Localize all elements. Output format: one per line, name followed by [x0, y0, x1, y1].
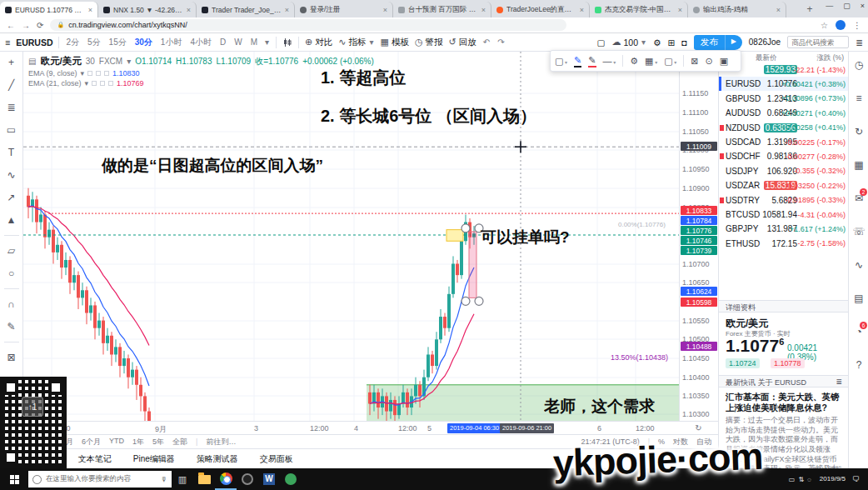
- annotation-pending-order-question[interactable]: 可以挂单吗?: [481, 227, 570, 248]
- range-button-5年[interactable]: 5年: [152, 437, 164, 448]
- line-style-icon[interactable]: — ▾: [603, 56, 616, 66]
- replay-icon[interactable]: ↻: [852, 125, 866, 138]
- annotation-daily-range-entry[interactable]: 做的是“日图超高位的区间入场”: [102, 155, 323, 177]
- watchlist-row-USDZAR[interactable]: USDZAR15.8319-0.03250 (-0.22%): [719, 178, 848, 192]
- snapshot-camera-icon[interactable]: ◘: [681, 38, 686, 48]
- magnet-tool-icon[interactable]: ∩: [3, 297, 20, 312]
- browser-tab-7[interactable]: 输出鸡汤-鸡精×: [688, 2, 786, 18]
- settings-icon[interactable]: ⚙: [630, 56, 638, 67]
- clone-icon[interactable]: ▢ ▾: [664, 56, 676, 67]
- annotation-wait-high[interactable]: 1. 等超高位: [321, 67, 406, 89]
- templates-button[interactable]: ▦模板: [381, 37, 409, 48]
- watchlist-row-GBPJPY[interactable]: GBPJPY131.987+1.617 (+1.24%): [719, 222, 848, 236]
- watchlist-row-EURUSD[interactable]: EURUSD1.10776+0.00421 (+0.38%): [719, 77, 848, 91]
- interval-D[interactable]: D: [219, 38, 227, 47]
- news-headline[interactable]: 汇市基本面：美元大跌、英镑上涨迫使美联储降息休息?: [726, 392, 842, 413]
- browser-tab-5[interactable]: TraderJoeLee的直播间_斗鱼×: [491, 2, 590, 18]
- help-icon[interactable]: ?: [852, 358, 866, 372]
- tray-icon[interactable]: ⇅: [798, 476, 804, 483]
- tray-icon[interactable]: ◌: [807, 476, 811, 483]
- select-style-icon[interactable]: ▢ ▾: [555, 56, 567, 67]
- mic-icon[interactable]: 🎙: [161, 476, 167, 483]
- news-section-header[interactable]: 最新快讯 关于 EURUSD≣: [719, 375, 848, 388]
- ema21-label[interactable]: EMA (21, close): [28, 79, 82, 88]
- range-button-6个月[interactable]: 6个月: [82, 437, 101, 448]
- news-menu-icon[interactable]: ≣: [836, 378, 842, 385]
- measure-tool-icon[interactable]: ▱: [3, 243, 20, 258]
- undo-button[interactable]: ↶: [482, 38, 491, 47]
- range-button-全部[interactable]: 全部: [172, 437, 187, 448]
- chart-type-icon[interactable]: [282, 38, 292, 48]
- tab-close-icon[interactable]: ×: [776, 6, 781, 14]
- text-tool-icon[interactable]: T: [3, 145, 20, 160]
- annotation-teacher-demand[interactable]: 老师，这个需求: [544, 396, 679, 418]
- watchlist-row-USDCHF[interactable]: USDCHF0.98136-0.00277 (-0.28%): [719, 149, 848, 163]
- new-tab-button[interactable]: +: [800, 2, 820, 18]
- data-window-icon[interactable]: ▤: [852, 292, 866, 305]
- chart-settings-icon[interactable]: ⚙: [653, 38, 661, 48]
- chat-icon[interactable]: ☏: [852, 225, 866, 238]
- tab-close-icon[interactable]: ×: [580, 6, 584, 14]
- layout-icon[interactable]: ▢: [597, 38, 606, 48]
- brush-color-icon[interactable]: ✎: [588, 55, 596, 68]
- interval-M[interactable]: M: [250, 38, 258, 47]
- symbol-button[interactable]: EURUSD: [16, 38, 52, 48]
- chrome-icon[interactable]: [215, 468, 237, 490]
- pen-color-icon[interactable]: ✎: [574, 55, 581, 68]
- ema21-delete-icon[interactable]: [108, 81, 113, 86]
- publish-button[interactable]: 发布: [694, 35, 725, 50]
- interval-5分[interactable]: 5分: [87, 37, 102, 48]
- profile-avatar[interactable]: [836, 20, 846, 30]
- long-short-tool-icon[interactable]: ▲: [3, 212, 20, 228]
- layout-name-label[interactable]: 0826Joe: [749, 38, 781, 47]
- ema9-delete-icon[interactable]: [104, 71, 109, 76]
- footer-tab-文本笔记[interactable]: 文本笔记: [78, 453, 112, 465]
- forward-icon[interactable]: →: [22, 21, 30, 30]
- replay-button[interactable]: ↺回放: [449, 37, 476, 48]
- ema21-settings-icon[interactable]: [100, 81, 105, 86]
- interval-W[interactable]: W: [233, 38, 242, 47]
- ema9-settings-icon[interactable]: [96, 71, 101, 76]
- calendar-icon[interactable]: ▦: [852, 158, 866, 172]
- annotation-wait-wall6[interactable]: 2. 等长城6号位 （区间入场）: [321, 105, 536, 128]
- crosshair-tool-icon[interactable]: +: [3, 55, 20, 70]
- hotlist-icon[interactable]: ∿: [852, 258, 866, 272]
- interval-2分[interactable]: 2分: [65, 37, 80, 48]
- taskbar-search-input[interactable]: 在这里输入你要搜索的内容 🎙: [28, 471, 172, 488]
- tab-close-icon[interactable]: ×: [187, 6, 191, 14]
- watchlist-row-USDCAD[interactable]: USDCAD1.31995-0.00225 (-0.17%): [719, 135, 848, 149]
- publish-play-icon[interactable]: ▶: [725, 35, 742, 50]
- watchlist-row-AUDUSD[interactable]: AUDUSD0.68249+0.00271 (+0.40%): [719, 106, 848, 120]
- word-icon[interactable]: W: [258, 468, 280, 490]
- interval-15分[interactable]: 15分: [108, 37, 127, 48]
- watchlist-row-BTCUSD[interactable]: BTCUSD10581.94-4.31 (-0.04%): [719, 208, 848, 222]
- url-omnibox[interactable]: 🔒 cn.tradingview.com/chart/xytkqsNN/: [50, 19, 566, 31]
- browser-tab-2[interactable]: Trader Trader_Joe_Lee —×: [197, 2, 295, 18]
- browser-tab-6[interactable]: 杰克交易学院-中国专业交易员×: [590, 2, 688, 18]
- visibility-icon[interactable]: ⊙: [706, 56, 713, 67]
- redo-button[interactable]: ↷: [496, 38, 505, 47]
- headlines-icon[interactable]: ≡: [852, 92, 866, 105]
- tab-close-icon[interactable]: ×: [481, 6, 486, 14]
- interval-1小时[interactable]: 1小时: [160, 37, 183, 48]
- alerts-button[interactable]: ◷警报: [415, 37, 443, 48]
- watchlist-row-USDJPY[interactable]: USDJPY106.920-0.355 (-0.32%): [719, 164, 848, 178]
- legend-caret-icon[interactable]: ▾: [127, 57, 131, 66]
- delete-icon[interactable]: ▣: [720, 56, 728, 67]
- tab-close-icon[interactable]: ×: [88, 6, 92, 14]
- cloud-save-button[interactable]: ☁100▾: [612, 37, 647, 48]
- fullscreen-icon[interactable]: ⊞: [668, 38, 676, 48]
- ema21-hide-icon[interactable]: [92, 81, 97, 86]
- pattern-tool-icon[interactable]: ∿: [3, 168, 20, 182]
- interval-caret-icon[interactable]: ▾: [264, 38, 270, 47]
- media-app-icon[interactable]: [237, 468, 258, 490]
- tab-close-icon[interactable]: ×: [383, 6, 387, 14]
- forecast-tool-icon[interactable]: ↗: [3, 190, 20, 205]
- goto-date-button[interactable]: 前往到…: [206, 437, 236, 448]
- browser-tab-0[interactable]: EURUSD 1.10776 ▲ +0.3×: [0, 2, 98, 18]
- ask-chip[interactable]: 1.10778: [771, 358, 805, 368]
- fib-retracement-tool-icon[interactable]: ≣: [3, 100, 20, 115]
- window-maximize-button[interactable]: ▢: [843, 2, 851, 10]
- watchlist-row-USDTRY[interactable]: USDTRY5.6829-0.01895 (-0.33%): [719, 193, 848, 208]
- ema9-hide-icon[interactable]: [87, 71, 92, 76]
